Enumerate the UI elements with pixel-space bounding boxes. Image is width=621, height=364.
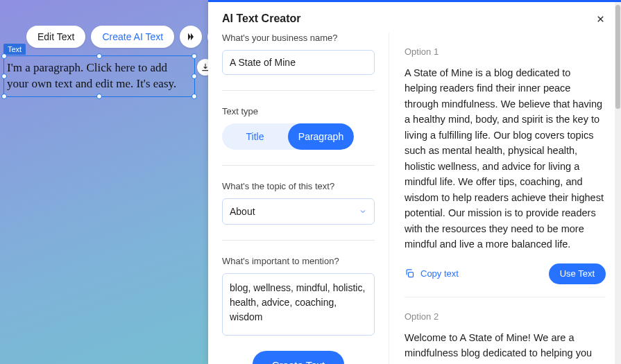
- text-type-label: Text type: [222, 106, 375, 116]
- text-type-paragraph-option[interactable]: Paragraph: [288, 123, 354, 150]
- option-text: Welcome to A State of Mine! We are a min…: [405, 330, 606, 361]
- text-toolbar: Edit Text Create AI Text: [26, 26, 230, 48]
- scrollbar-thumb[interactable]: [615, 5, 620, 109]
- result-option: Option 1 A State of Mine is a blog dedic…: [405, 33, 606, 284]
- copy-text-button[interactable]: Copy text: [405, 268, 459, 279]
- form-side: What's your business name? Text type Tit…: [208, 33, 389, 364]
- ai-text-creator-panel: AI Text Creator What's your business nam…: [208, 0, 621, 364]
- panel-title: AI Text Creator: [222, 12, 301, 25]
- resize-handle[interactable]: [192, 94, 197, 99]
- text-type-title-option[interactable]: Title: [222, 123, 288, 150]
- business-name-label: What's your business name?: [222, 33, 375, 43]
- canvas-text-box[interactable]: Text I'm a paragraph. Click here to add …: [3, 55, 195, 97]
- topic-label: What's the topic of this text?: [222, 181, 375, 191]
- option-label: Option 2: [405, 311, 606, 322]
- use-text-button[interactable]: Use Text: [549, 263, 606, 284]
- create-ai-text-button[interactable]: Create AI Text: [91, 26, 174, 48]
- svg-rect-0: [409, 272, 414, 277]
- scrollbar-track[interactable]: [615, 2, 621, 364]
- element-type-tag: Text: [3, 44, 26, 55]
- topic-select[interactable]: About: [222, 198, 375, 225]
- animation-icon[interactable]: [180, 26, 202, 48]
- edit-text-button[interactable]: Edit Text: [26, 26, 85, 48]
- chevron-down-icon: [359, 207, 367, 216]
- business-name-input[interactable]: [222, 50, 375, 75]
- text-type-segmented: Title Paragraph: [222, 123, 354, 150]
- results-side: Option 1 A State of Mine is a blog dedic…: [389, 33, 621, 364]
- copy-icon: [405, 268, 415, 279]
- create-text-button[interactable]: Create Text: [253, 351, 344, 364]
- close-icon[interactable]: [593, 12, 607, 26]
- resize-handle[interactable]: [1, 73, 7, 79]
- copy-text-label: Copy text: [420, 268, 459, 279]
- result-option: Option 2 Welcome to A State of Mine! We …: [405, 297, 606, 361]
- topic-value: About: [230, 206, 255, 217]
- resize-handle[interactable]: [192, 73, 197, 79]
- resize-handle[interactable]: [192, 53, 197, 59]
- paragraph-text[interactable]: I'm a paragraph. Click here to add your …: [4, 56, 194, 96]
- resize-handle[interactable]: [96, 53, 102, 59]
- resize-handle[interactable]: [96, 94, 102, 99]
- resize-handle[interactable]: [1, 53, 7, 59]
- option-text: A State of Mine is a blog dedicated to h…: [405, 65, 606, 252]
- resize-handle[interactable]: [1, 94, 7, 99]
- important-textarea[interactable]: [222, 273, 375, 336]
- option-label: Option 1: [405, 46, 606, 57]
- important-label: What's important to mention?: [222, 256, 375, 266]
